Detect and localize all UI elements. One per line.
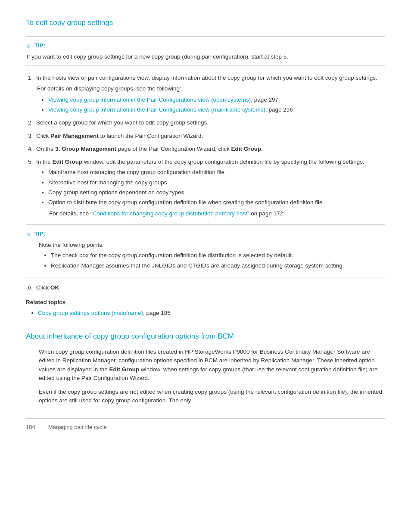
section2-para1: When copy group configuration definition… <box>39 348 385 383</box>
tip-box-2: ☼ TIP: Note the following points: The ch… <box>26 224 385 277</box>
step-4-bold1: 3. Group Management <box>55 146 116 152</box>
list-item: Viewing copy group information in the Pa… <box>48 96 385 104</box>
footer-page-number: 184 <box>26 423 35 432</box>
list-item: Alternative host for managing the copy g… <box>48 178 385 187</box>
tip-icon-2: ☼ <box>26 229 32 239</box>
link-copy-group-settings[interactable]: Copy group settings options (mainframe), <box>38 310 145 316</box>
tip-icon-1: ☼ <box>26 41 32 51</box>
tip-content-1: If you want to edit copy group settings … <box>27 53 385 61</box>
section2-body: When copy group configuration definition… <box>39 348 385 405</box>
step-3: Click Pair Management to launch the Pair… <box>34 132 385 140</box>
edit-group-bold: Edit Group <box>109 366 140 373</box>
footer-text: Managing pair life cycle <box>48 423 107 432</box>
footer: 184 Managing pair life cycle <box>26 418 385 432</box>
step-5-bold: Edit Group <box>53 159 83 165</box>
link-mainframe-systems[interactable]: Viewing copy group information in the Pa… <box>48 106 267 113</box>
list-item: Viewing copy group information in the Pa… <box>48 106 385 114</box>
list-item: Option to distribute the copy group conf… <box>48 198 385 207</box>
page-title: To edit copy group settings <box>26 17 385 28</box>
list-item: The check box for the copy group configu… <box>51 251 385 260</box>
related-topics-list: Copy group settings options (mainframe),… <box>38 309 385 317</box>
related-topic-item: Copy group settings options (mainframe),… <box>38 309 385 317</box>
step-5: In the Edit Group window, edit the param… <box>34 158 385 218</box>
tip-box-1: ☼ TIP: If you want to edit copy group se… <box>26 36 385 66</box>
step-3-bold: Pair Management <box>50 133 99 139</box>
list-item: Copy group setting options dependent on … <box>48 188 385 197</box>
step-1-links: Viewing copy group information in the Pa… <box>48 96 385 115</box>
step-6-list: Click OK. <box>34 283 385 292</box>
step-4-bold2: Edit Group <box>231 146 261 152</box>
step-2-text: Select a copy group for which you want t… <box>36 119 209 126</box>
step-2: Select a copy group for which you want t… <box>34 118 385 127</box>
step-1-text: In the hosts view or pair configurations… <box>36 75 377 81</box>
link-open-systems[interactable]: Viewing copy group information in the Pa… <box>48 96 252 103</box>
section2-title: About inheritance of copy group configur… <box>26 331 385 342</box>
tip2-note: Note the following points: <box>39 241 385 249</box>
list-item: Replication Manager assumes that the JNL… <box>51 261 385 270</box>
tip-content-2: Note the following points: The check box… <box>39 241 385 270</box>
related-topics-heading: Related topics <box>26 298 385 307</box>
section2-para2: Even if the copy group settings are not … <box>39 388 385 405</box>
step-5-note: For details, see “Conditions for changin… <box>49 209 385 218</box>
steps-list: In the hosts view or pair configurations… <box>34 74 385 218</box>
step-6: Click OK. <box>34 283 385 292</box>
link-conditions[interactable]: Conditions for changing copy group distr… <box>93 210 247 217</box>
step-1-note: For details on displaying copy groups, s… <box>37 84 385 93</box>
step-4: On the 3. Group Management page of the P… <box>34 145 385 153</box>
list-item: Mainframe host managing the copy group c… <box>48 168 385 177</box>
tip-label-1: ☼ TIP: <box>26 41 385 51</box>
step-6-bold: OK <box>50 284 59 291</box>
tip-label-2: ☼ TIP: <box>26 229 385 239</box>
tip2-bullets: The check box for the copy group configu… <box>51 251 385 270</box>
step-5-bullets: Mainframe host managing the copy group c… <box>48 168 385 207</box>
step-1: In the hosts view or pair configurations… <box>34 74 385 114</box>
